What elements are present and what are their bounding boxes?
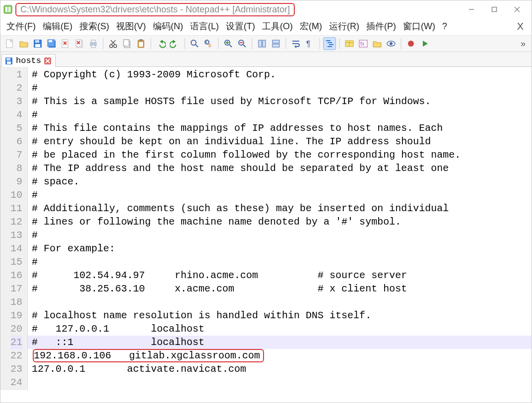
- save-icon[interactable]: [31, 37, 44, 50]
- code-line[interactable]: # be placed in the first column followed…: [28, 148, 532, 162]
- code-line[interactable]: # lines or following the machine name de…: [28, 215, 532, 229]
- code-line[interactable]: #: [28, 255, 532, 269]
- menu-item[interactable]: 工具(O): [260, 19, 295, 33]
- open-icon[interactable]: [17, 37, 30, 50]
- close-window-button[interactable]: [506, 2, 529, 17]
- line-number: 12: [10, 215, 22, 229]
- code-line[interactable]: # Copyright (c) 1993-2009 Microsoft Corp…: [28, 68, 532, 81]
- code-line[interactable]: 127.0.0.1 activate.navicat.com: [28, 362, 532, 376]
- save-all-icon[interactable]: [45, 37, 58, 50]
- menu-item[interactable]: 插件(P): [364, 19, 398, 33]
- zoom-out-icon[interactable]: [236, 37, 249, 50]
- menu-item[interactable]: 编辑(E): [41, 19, 74, 33]
- toolbar-overflow-icon[interactable]: »: [518, 39, 529, 49]
- svg-point-36: [191, 40, 196, 45]
- play-icon[interactable]: [418, 37, 431, 50]
- line-number: 17: [10, 282, 22, 295]
- print-icon[interactable]: [87, 37, 100, 50]
- lang-icon[interactable]: [343, 37, 356, 50]
- toolbar-separator: [285, 38, 286, 49]
- menu-item[interactable]: 宏(M): [298, 19, 324, 33]
- menu-item[interactable]: ?: [440, 20, 449, 33]
- line-number: 21: [10, 336, 22, 349]
- code-line[interactable]: # localhost name resolution is handled w…: [28, 309, 532, 322]
- cut-icon[interactable]: [107, 37, 120, 50]
- code-line[interactable]: # 102.54.94.97 rhino.acme.com # source s…: [28, 269, 532, 282]
- code-line[interactable]: # space.: [28, 175, 532, 188]
- editor[interactable]: 123456789101112131415161718192021222324 …: [0, 67, 532, 390]
- wrap-icon[interactable]: [289, 37, 302, 50]
- replace-icon[interactable]: ba: [202, 37, 215, 50]
- svg-rect-24: [91, 45, 95, 48]
- line-number: 19: [10, 309, 22, 322]
- zoom-in-icon[interactable]: [222, 37, 235, 50]
- toolbar-separator: [218, 38, 219, 49]
- code-line[interactable]: #: [28, 229, 532, 242]
- svg-rect-4: [492, 7, 497, 12]
- find-icon[interactable]: [188, 37, 201, 50]
- menu-item[interactable]: 运行(R): [327, 19, 361, 33]
- code-line[interactable]: # Additionally, comments (such as these)…: [28, 202, 532, 215]
- close-all-icon[interactable]: [73, 37, 86, 50]
- svg-rect-1: [5, 7, 7, 12]
- paragraph-icon[interactable]: ¶: [303, 37, 316, 50]
- code-line[interactable]: # entry should be kept on an individual …: [28, 135, 532, 148]
- code-line[interactable]: #: [28, 188, 532, 202]
- sync-v-icon[interactable]: [256, 37, 268, 50]
- undo-icon[interactable]: [154, 37, 167, 50]
- line-number: 9: [10, 175, 22, 188]
- code-line[interactable]: # 127.0.0.1 localhost: [28, 322, 532, 336]
- close-doc-button[interactable]: X: [513, 21, 528, 32]
- code-line[interactable]: # 38.25.63.10 x.acme.com # x client host: [28, 282, 532, 295]
- menu-item[interactable]: 编码(N): [151, 19, 185, 33]
- code-line[interactable]: # The IP address and the host name shoul…: [28, 162, 532, 175]
- copy-icon[interactable]: [121, 37, 133, 50]
- fn-icon[interactable]: fx: [357, 37, 370, 50]
- menu-item[interactable]: 窗口(W): [401, 19, 437, 33]
- record-icon[interactable]: [404, 37, 417, 50]
- svg-rect-23: [91, 40, 95, 43]
- folder-icon[interactable]: [371, 37, 384, 50]
- code-line[interactable]: # For example:: [28, 242, 532, 255]
- line-number: 22: [10, 349, 22, 362]
- line-number: 8: [10, 162, 22, 175]
- code-line[interactable]: [28, 376, 532, 389]
- code-line[interactable]: # ::1 localhost: [28, 336, 532, 349]
- svg-point-65: [390, 42, 393, 45]
- menu-item[interactable]: 视图(V): [114, 19, 148, 33]
- sync-h-icon[interactable]: [269, 37, 282, 50]
- menu-item[interactable]: 搜索(S): [77, 19, 111, 33]
- redo-icon[interactable]: [168, 37, 181, 50]
- maximize-button[interactable]: [483, 2, 506, 17]
- svg-text:¶: ¶: [306, 40, 311, 48]
- line-number: 24: [10, 376, 22, 389]
- svg-marker-53: [294, 45, 296, 48]
- tab-hosts[interactable]: hosts: [1, 54, 56, 67]
- svg-rect-50: [272, 40, 279, 43]
- code-line[interactable]: # This file contains the mappings of IP …: [28, 121, 532, 135]
- code-line[interactable]: 192.168.0.106 gitlab.xgclassroom.com: [28, 349, 532, 362]
- svg-rect-11: [35, 44, 40, 47]
- code-line[interactable]: [28, 295, 532, 309]
- svg-rect-70: [7, 61, 11, 64]
- paste-icon[interactable]: [134, 37, 147, 50]
- indent-guide-icon[interactable]: [323, 37, 336, 50]
- minimize-button[interactable]: [460, 2, 483, 17]
- watch-icon[interactable]: [385, 37, 398, 50]
- code-line[interactable]: #: [28, 108, 532, 121]
- code-line[interactable]: # This is a sample HOSTS file used by Mi…: [28, 95, 532, 108]
- svg-rect-69: [6, 58, 10, 60]
- svg-rect-49: [263, 40, 266, 47]
- tab-label: hosts: [16, 56, 41, 65]
- close-icon[interactable]: [59, 37, 72, 50]
- svg-text:b: b: [208, 43, 211, 48]
- line-number: 16: [10, 269, 22, 282]
- menu-item[interactable]: 文件(F): [4, 19, 38, 33]
- tab-close-icon[interactable]: [44, 58, 51, 64]
- menu-item[interactable]: 语言(L): [188, 19, 221, 33]
- code-line[interactable]: #: [28, 81, 532, 95]
- menu-item[interactable]: 设置(T): [224, 19, 257, 33]
- toolbar-separator: [252, 38, 253, 49]
- code-area[interactable]: # Copyright (c) 1993-2009 Microsoft Corp…: [28, 67, 532, 390]
- new-icon[interactable]: [3, 37, 16, 50]
